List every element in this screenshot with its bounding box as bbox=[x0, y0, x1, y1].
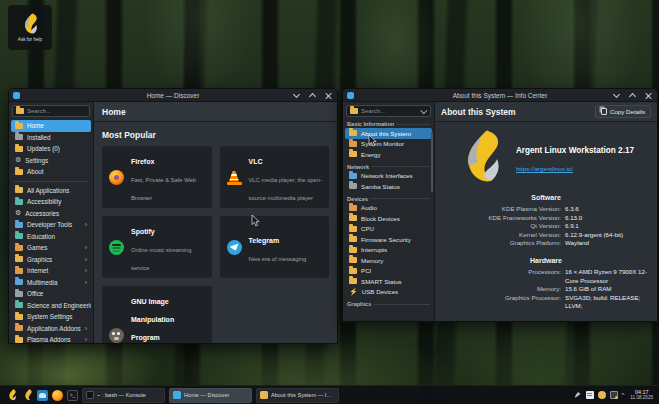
discover-search-input[interactable] bbox=[27, 108, 86, 114]
pinned-dolphin-icon[interactable] bbox=[37, 390, 48, 401]
category-label: Internet bbox=[27, 267, 48, 274]
section-devices: Devices bbox=[347, 196, 430, 202]
minimize-button[interactable] bbox=[612, 91, 621, 100]
task-label: About this System — Info Center bbox=[271, 392, 335, 398]
item-icon bbox=[349, 268, 357, 274]
maximize-button[interactable] bbox=[628, 91, 637, 100]
info-item-usb-devices[interactable]: ⚡USB Devices bbox=[345, 287, 432, 298]
category-icon bbox=[15, 245, 23, 251]
info-item-samba-status[interactable]: Samba Status bbox=[345, 181, 432, 192]
item-label: Samba Status bbox=[361, 183, 400, 190]
info-item-system-monitor[interactable]: System Monitor bbox=[345, 139, 432, 150]
tray-network-icon[interactable] bbox=[610, 391, 618, 399]
category-icon bbox=[15, 314, 23, 320]
info-item-audio[interactable]: Audio bbox=[345, 203, 432, 214]
close-button[interactable] bbox=[324, 91, 333, 100]
expand-chevron-icon: › bbox=[85, 279, 87, 286]
sidebar-item-about[interactable]: About bbox=[11, 166, 91, 178]
copy-details-button[interactable]: Copy Details bbox=[595, 105, 651, 118]
pinned-firefox-icon[interactable] bbox=[52, 390, 63, 401]
tray-expand-icon[interactable]: ^ bbox=[622, 392, 625, 398]
close-button[interactable] bbox=[644, 91, 653, 100]
kv-label: KDE Frameworks Version: bbox=[443, 214, 561, 223]
sidebar-item-home[interactable]: Home bbox=[11, 120, 91, 132]
app-card-firefox[interactable]: FirefoxFast, Private & Safe Web Browser bbox=[102, 146, 212, 208]
info-item-smart-status[interactable]: SMART Status bbox=[345, 276, 432, 287]
category-label: Accessibility bbox=[27, 198, 61, 205]
item-label: Block Devices bbox=[361, 215, 400, 222]
task-infocenter[interactable]: About this System — Info Center bbox=[256, 388, 339, 403]
item-label: Interrupts bbox=[361, 246, 387, 253]
sidebar-scrollbar[interactable] bbox=[431, 132, 433, 192]
item-label: Audio bbox=[361, 204, 377, 211]
pinned-argent-icon[interactable] bbox=[23, 389, 33, 401]
category-internet[interactable]: Internet› bbox=[11, 265, 91, 277]
app-launcher-button[interactable] bbox=[4, 388, 19, 403]
info-item-cpu[interactable]: CPU bbox=[345, 224, 432, 235]
info-item-interrupts[interactable]: Interrupts bbox=[345, 245, 432, 256]
sidebar-item-installed[interactable]: Installed bbox=[11, 132, 91, 144]
category-system-settings[interactable]: System Settings bbox=[11, 311, 91, 323]
category-accessibility[interactable]: Accessibility bbox=[11, 196, 91, 208]
category-application-addons[interactable]: Application Addons› bbox=[11, 323, 91, 335]
category-science-engineering[interactable]: Science and Engineering› bbox=[11, 300, 91, 312]
tray-status-icon[interactable] bbox=[598, 391, 606, 399]
firefox-icon bbox=[109, 170, 124, 185]
category-label: Science and Engineering bbox=[27, 302, 91, 309]
category-multimedia[interactable]: Multimedia› bbox=[11, 277, 91, 289]
kv-label: Graphics Platform: bbox=[443, 239, 561, 248]
tray-input-icon[interactable] bbox=[574, 391, 582, 399]
info-item-network-interfaces[interactable]: Network Interfaces bbox=[345, 171, 432, 182]
infocenter-titlebar[interactable]: About this System — Info Center bbox=[343, 89, 657, 102]
minimize-button[interactable] bbox=[292, 91, 301, 100]
category-accessories[interactable]: ⚙Accessories bbox=[11, 208, 91, 220]
clock-widget[interactable]: 04:17 11.08.2025 bbox=[628, 389, 655, 400]
tray-clipboard-icon[interactable] bbox=[586, 391, 594, 399]
sidebar-item-updates[interactable]: Updates (0) bbox=[11, 143, 91, 155]
app-card-telegram[interactable]: TelegramNew era of messaging bbox=[220, 216, 330, 278]
info-item-block-devices[interactable]: Block Devices bbox=[345, 213, 432, 224]
sidebar-item-label: Installed bbox=[27, 134, 50, 141]
task-konsole[interactable]: ~ : bash — Konsole bbox=[82, 388, 165, 403]
gear-icon: ⚙ bbox=[15, 210, 21, 216]
item-label: Firmware Security bbox=[361, 236, 411, 243]
page-title: Home bbox=[102, 107, 126, 117]
category-office[interactable]: Office bbox=[11, 288, 91, 300]
infocenter-app-icon bbox=[347, 92, 354, 99]
discover-search[interactable] bbox=[12, 105, 90, 117]
category-all-applications[interactable]: All Applications bbox=[11, 185, 91, 197]
info-item-about-this-system[interactable]: About this System bbox=[345, 128, 432, 139]
item-icon bbox=[349, 257, 357, 263]
discover-window-title: Home — Discover bbox=[147, 92, 200, 99]
wrench-icon: ⚙ bbox=[15, 157, 21, 163]
ask-for-help-widget[interactable]: Ask for help bbox=[8, 5, 52, 50]
category-graphics[interactable]: Graphics› bbox=[11, 254, 91, 266]
sidebar-item-label: Updates (0) bbox=[27, 145, 60, 152]
infocenter-search[interactable] bbox=[346, 105, 431, 117]
distro-website-link[interactable]: https://argentlinux.io/ bbox=[516, 165, 573, 172]
info-item-memory[interactable]: Memory bbox=[345, 255, 432, 266]
category-developer-tools[interactable]: Developer Tools› bbox=[11, 219, 91, 231]
category-label: Application Addons bbox=[27, 325, 81, 332]
info-item-firmware-security[interactable]: Firmware Security bbox=[345, 234, 432, 245]
task-discover[interactable]: Home — Discover bbox=[169, 388, 252, 403]
sidebar-item-settings[interactable]: ⚙Settings bbox=[11, 155, 91, 167]
app-name: VLC bbox=[249, 158, 263, 165]
argent-logo bbox=[458, 129, 504, 185]
item-label: Memory bbox=[361, 257, 383, 264]
pinned-konsole-icon[interactable]: >_ bbox=[67, 390, 78, 401]
konsole-task-icon bbox=[86, 391, 94, 399]
discover-titlebar[interactable]: Home — Discover bbox=[9, 89, 337, 102]
category-education[interactable]: Education bbox=[11, 231, 91, 243]
info-item-pci[interactable]: PCI bbox=[345, 266, 432, 277]
category-plasma-addons[interactable]: Plasma Addons› bbox=[11, 334, 91, 344]
info-item-energy[interactable]: Energy bbox=[345, 149, 432, 160]
app-card-vlc[interactable]: VLCVLC media player, the open-source mul… bbox=[220, 146, 330, 208]
app-card-gimp[interactable]: GNU Image Manipulation ProgramCreate ima… bbox=[102, 286, 212, 343]
category-games[interactable]: Games› bbox=[11, 242, 91, 254]
maximize-button[interactable] bbox=[308, 91, 317, 100]
kv-label: Qt Version: bbox=[443, 222, 561, 231]
infocenter-search-input[interactable] bbox=[361, 108, 419, 114]
app-card-spotify[interactable]: SpotifyOnline music streaming service bbox=[102, 216, 212, 278]
copy-details-label: Copy Details bbox=[610, 108, 645, 115]
